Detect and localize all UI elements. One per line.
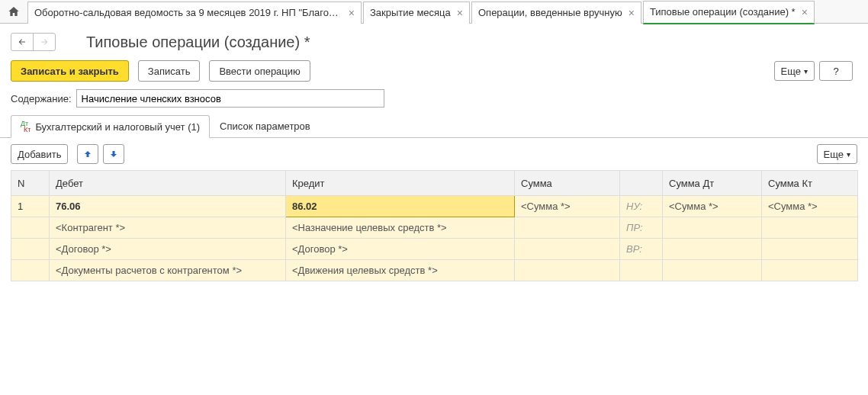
window-tab-bar: Оборотно-сальдовая ведомость за 9 месяце… [0,0,868,24]
table-header-row: N Дебет Кредит Сумма Сумма Дт Сумма Кт [11,171,858,196]
col-sumkt[interactable]: Сумма Кт [762,171,858,196]
window-tab[interactable]: Закрытие месяца × [363,2,470,24]
save-button[interactable]: Записать [138,60,201,82]
move-up-button[interactable] [77,144,98,164]
page-title: Типовые операции (создание) * [86,34,310,51]
close-icon[interactable]: × [349,8,355,18]
grid-more-button[interactable]: Еще▾ [817,144,857,164]
close-icon[interactable]: × [457,8,463,18]
chevron-down-icon: ▾ [847,150,850,159]
home-button[interactable] [3,2,24,21]
enter-operation-button[interactable]: Ввести операцию [209,60,310,82]
cell-credit-sub2[interactable]: <Договор *> [286,239,515,260]
tab-label: Типовые операции (создание) * [650,6,796,18]
main-toolbar: Записать и закрыть Записать Ввести опера… [0,57,868,89]
nav-buttons [11,33,56,51]
content-input[interactable] [76,89,384,108]
tab-label: Операции, введенные вручную [478,7,622,18]
cell-debit-sub2[interactable]: <Договор *> [50,239,286,260]
save-and-close-button[interactable]: Записать и закрыть [11,60,129,82]
close-icon[interactable]: × [628,8,635,18]
title-bar: Типовые операции (создание) * [0,24,868,57]
col-sumdt[interactable]: Сумма Дт [663,171,762,196]
home-icon [8,5,20,18]
table-row[interactable]: <Документы расчетов с контрагентом *> <Д… [11,260,858,281]
content-label: Содержание: [11,93,72,104]
cell-credit-account[interactable]: 86.02 [286,196,515,217]
cell-debit-sub1[interactable]: <Контрагент *> [50,217,286,239]
table-row[interactable]: <Договор *> <Договор *> ВР: [11,239,858,260]
cell-debit-sub3[interactable]: <Документы расчетов с контрагентом *> [50,260,286,281]
nav-forward-button[interactable] [33,34,55,50]
cell-credit-sub1[interactable]: <Назначение целевых средств *> [286,217,515,239]
arrow-up-icon [83,149,92,159]
table-row[interactable]: <Контрагент *> <Назначение целевых средс… [11,217,858,239]
tab-label: Закрытие месяца [370,7,451,18]
content-row: Содержание: [0,89,868,115]
col-sum[interactable]: Сумма [515,171,620,196]
cell-tag-nu: НУ: [620,196,663,217]
window-tab-active[interactable]: Типовые операции (создание) * × [643,1,815,24]
cell-tag-pr: ПР: [620,217,663,239]
help-button[interactable]: ? [819,61,853,81]
window-tab[interactable]: Оборотно-сальдовая ведомость за 9 месяце… [27,2,362,24]
window-tab[interactable]: Операции, введенные вручную × [471,2,641,24]
entries-table: N Дебет Кредит Сумма Сумма Дт Сумма Кт 1… [11,170,858,281]
add-row-button[interactable]: Добавить [11,144,68,164]
arrow-left-icon [17,37,27,47]
col-debit[interactable]: Дебет [50,171,286,196]
cell-sum[interactable]: <Сумма *> [515,196,620,217]
cell-sum-dt[interactable]: <Сумма *> [663,196,762,217]
cell-sum-kt[interactable]: <Сумма *> [762,196,858,217]
move-down-button[interactable] [103,144,124,164]
tab-accounting[interactable]: ДтКт Бухгалтерский и налоговый учет (1) [11,115,210,138]
col-credit[interactable]: Кредит [286,171,515,196]
chevron-down-icon: ▾ [804,67,808,75]
cell-tag-vr: ВР: [620,239,663,260]
tab-label: Оборотно-сальдовая ведомость за 9 месяце… [34,7,342,18]
close-icon[interactable]: × [802,7,808,18]
more-button[interactable]: Еще▾ [774,61,815,81]
col-tag [620,171,663,196]
table-row[interactable]: 1 76.06 86.02 <Сумма *> НУ: <Сумма *> <С… [11,196,858,217]
cell-row-num: 1 [11,196,50,217]
tab-label: Список параметров [220,120,310,132]
cell-debit-account[interactable]: 76.06 [50,196,286,217]
sub-tabs-row: ДтКт Бухгалтерский и налоговый учет (1) … [0,115,868,138]
arrow-right-icon [39,37,50,47]
tab-parameters[interactable]: Список параметров [210,115,320,137]
cell-credit-sub3[interactable]: <Движения целевых средств *> [286,260,515,281]
tab-label: Бухгалтерский и налоговый учет (1) [35,121,200,133]
nav-back-button[interactable] [11,34,33,50]
grid-toolbar: Добавить Еще▾ [0,138,868,170]
col-num[interactable]: N [11,171,50,196]
arrow-down-icon [109,149,118,159]
dtkt-icon: ДтКт [21,120,31,133]
